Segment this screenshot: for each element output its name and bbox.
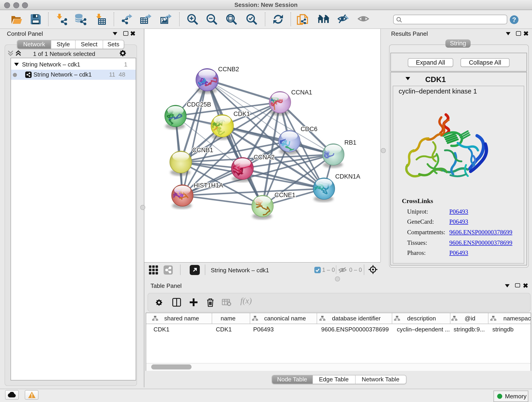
svg-text:CDKN1A: CDKN1A [335, 173, 360, 180]
svg-text:CCNA1: CCNA1 [291, 89, 312, 96]
svg-text:HIST1H1A: HIST1H1A [194, 182, 223, 189]
svg-text:CDC25B: CDC25B [187, 101, 211, 108]
svg-text:CDC6: CDC6 [301, 126, 317, 133]
svg-text:CCNB1: CCNB1 [192, 147, 213, 153]
svg-text:CCNB2: CCNB2 [218, 66, 239, 73]
svg-text:CCNA2: CCNA2 [254, 154, 275, 161]
svg-text:CCNE1: CCNE1 [274, 191, 296, 198]
svg-text:CDK1: CDK1 [234, 110, 250, 117]
svg-text:?: ? [512, 16, 516, 23]
svg-text:RB1: RB1 [344, 139, 356, 146]
